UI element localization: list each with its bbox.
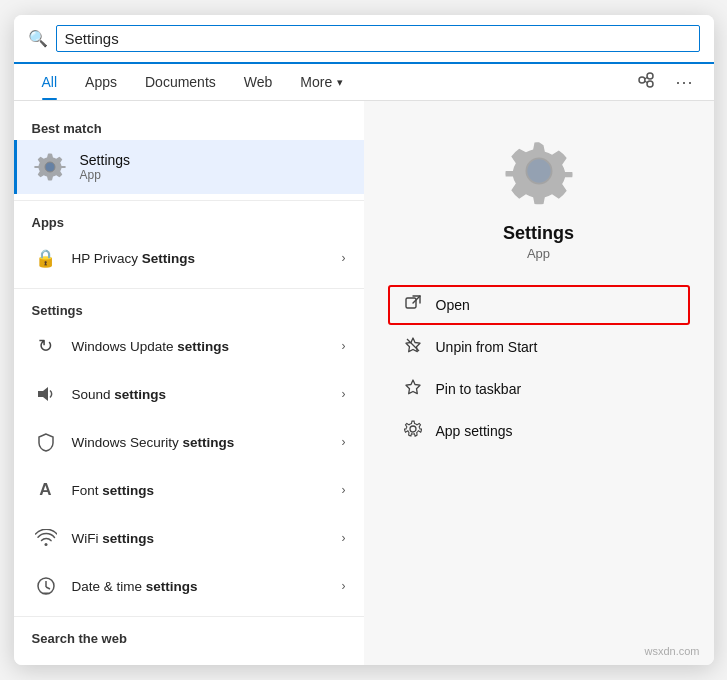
svg-point-0 [639, 77, 645, 83]
clock-icon [32, 572, 60, 600]
divider-3 [14, 616, 364, 617]
app-settings-label: App settings [436, 423, 513, 439]
app-icon-large [499, 131, 579, 211]
unpin-start-label: Unpin from Start [436, 339, 538, 355]
chevron-right-icon: › [342, 483, 346, 497]
app-settings-button[interactable]: App settings [388, 411, 690, 451]
svg-marker-6 [38, 387, 48, 401]
unpin-icon [402, 336, 424, 358]
apps-label: Apps [14, 207, 364, 234]
list-item-font[interactable]: A Font settings › [14, 466, 364, 514]
best-match-text: Settings App [80, 152, 131, 182]
pin-taskbar-label: Pin to taskbar [436, 381, 522, 397]
list-item-sound[interactable]: Sound settings › [14, 370, 364, 418]
list-item-web-search[interactable]: 🔍 Settings - See web results › [14, 650, 364, 665]
web-search-label: Search the web [14, 623, 364, 650]
list-item-wifi[interactable]: WiFi settings › [14, 514, 364, 562]
svg-line-9 [46, 587, 50, 589]
chevron-right-icon: › [342, 339, 346, 353]
chevron-right-icon: › [342, 579, 346, 593]
chevron-down-icon: ▾ [337, 76, 343, 89]
best-match-label: Best match [14, 113, 364, 140]
settings-app-icon [32, 149, 68, 185]
open-icon [402, 294, 424, 316]
app-type: App [527, 246, 550, 261]
sound-icon [32, 380, 60, 408]
web-search-icon: 🔍 [32, 660, 60, 665]
svg-point-15 [410, 426, 416, 432]
list-item-hp-privacy[interactable]: 🔒 HP Privacy Settings › [14, 234, 364, 282]
open-button[interactable]: Open [388, 285, 690, 325]
connect-icon[interactable] [631, 67, 661, 97]
best-match-item[interactable]: Settings App [14, 140, 364, 194]
search-input[interactable] [56, 25, 700, 52]
pin-taskbar-button[interactable]: Pin to taskbar [388, 369, 690, 409]
hp-privacy-label: HP Privacy Settings [72, 251, 330, 266]
chevron-right-icon: › [342, 531, 346, 545]
tabs-right-actions: ··· [631, 67, 699, 97]
divider-1 [14, 200, 364, 201]
search-bar: 🔍 [14, 15, 714, 64]
tab-documents[interactable]: Documents [131, 64, 230, 100]
chevron-right-icon: › [342, 387, 346, 401]
update-icon: ↻ [32, 332, 60, 360]
svg-point-1 [647, 73, 653, 79]
tab-all[interactable]: All [28, 64, 72, 100]
divider-2 [14, 288, 364, 289]
lock-icon: 🔒 [32, 244, 60, 272]
list-item-datetime[interactable]: Date & time settings › [14, 562, 364, 610]
tab-apps[interactable]: Apps [71, 64, 131, 100]
tab-more[interactable]: More ▾ [286, 64, 357, 100]
watermark: wsxdn.com [644, 645, 699, 657]
wifi-icon [32, 524, 60, 552]
font-icon: A [32, 476, 60, 504]
open-label: Open [436, 297, 470, 313]
search-icon: 🔍 [28, 29, 48, 48]
chevron-right-icon: › [342, 435, 346, 449]
tabs-bar: All Apps Documents Web More ▾ ··· [14, 64, 714, 101]
ellipsis-icon[interactable]: ··· [669, 68, 699, 97]
list-item-windows-update[interactable]: ↻ Windows Update settings › [14, 322, 364, 370]
tab-web[interactable]: Web [230, 64, 287, 100]
pin-icon [402, 378, 424, 400]
svg-point-2 [647, 81, 653, 87]
svg-rect-12 [406, 298, 416, 308]
right-panel: Settings App Open Unpin from Start [364, 101, 714, 665]
chevron-right-icon: › [342, 251, 346, 265]
main-content: Best match Settings App Apps 🔒 HP Pr [14, 101, 714, 665]
app-settings-icon [402, 420, 424, 442]
shield-icon [32, 428, 60, 456]
app-name-large: Settings [503, 223, 574, 244]
unpin-start-button[interactable]: Unpin from Start [388, 327, 690, 367]
action-list: Open Unpin from Start Pin to taskbar [388, 285, 690, 451]
left-panel: Best match Settings App Apps 🔒 HP Pr [14, 101, 364, 665]
list-item-windows-security[interactable]: Windows Security settings › [14, 418, 364, 466]
settings-section-label: Settings [14, 295, 364, 322]
svg-rect-10 [43, 593, 49, 595]
